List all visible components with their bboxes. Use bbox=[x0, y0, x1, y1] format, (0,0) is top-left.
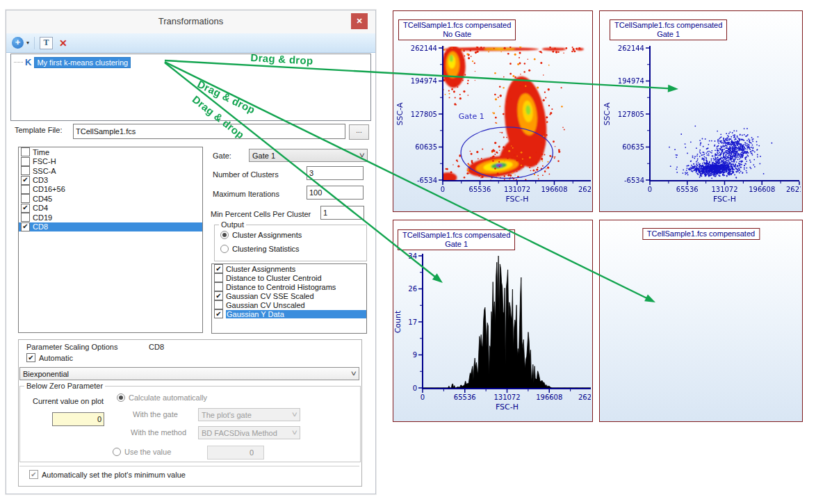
checkbox-icon[interactable] bbox=[29, 470, 38, 479]
tree-item-label[interactable]: My first k-means clustering bbox=[34, 57, 131, 68]
with-method-dropdown[interactable]: BD FACSDiva Method ˅ bbox=[198, 426, 300, 439]
output-option-row[interactable]: Distance to Centroid Histograms bbox=[212, 282, 366, 291]
svg-text:FSC-H: FSC-H bbox=[713, 195, 736, 204]
svg-text:FSC-H: FSC-H bbox=[496, 403, 519, 412]
parameter-row[interactable]: SSC-A bbox=[19, 166, 202, 175]
use-value-input[interactable] bbox=[207, 446, 264, 460]
svg-text:SSC-A: SSC-A bbox=[603, 102, 612, 125]
plot-gate1-histogram[interactable]: 06553613107219660826214434261790FSC-HCou… bbox=[393, 220, 593, 422]
checkbox-icon[interactable] bbox=[214, 264, 223, 273]
dialog-titlebar[interactable]: Transformations ✕ bbox=[6, 10, 375, 33]
rename-button[interactable]: T bbox=[40, 37, 53, 49]
radio-calc-auto[interactable]: Calculate automatically bbox=[117, 393, 207, 402]
svg-text:65536: 65536 bbox=[469, 186, 491, 193]
parameter-row[interactable]: CD45 bbox=[19, 194, 202, 203]
output-option-row-label: Distance to Cluster Centroid bbox=[226, 274, 322, 282]
transform-dropdown[interactable]: Biexponential ˅ bbox=[19, 367, 359, 380]
transformation-tree[interactable]: K My first k-means clustering bbox=[10, 54, 371, 121]
svg-text:60635: 60635 bbox=[622, 143, 644, 151]
radio-cluster-assignments[interactable]: Cluster Assignments bbox=[220, 231, 302, 239]
checkbox-icon[interactable] bbox=[21, 213, 30, 222]
svg-text:26: 26 bbox=[408, 285, 417, 293]
scatter-plot-canvas: 0655361310721966082621442621441949741278… bbox=[600, 11, 801, 210]
svg-text:194974: 194974 bbox=[411, 77, 437, 85]
parameter-row[interactable]: CD16+56 bbox=[19, 185, 202, 194]
checkbox-icon[interactable] bbox=[26, 353, 35, 362]
current-value-label: Current value on plot bbox=[33, 397, 104, 405]
below-zero-legend: Below Zero Parameter bbox=[24, 382, 105, 390]
checkbox-icon[interactable] bbox=[21, 194, 30, 203]
output-option-row[interactable]: Cluster Assignments bbox=[212, 264, 366, 273]
template-file-label: Template File: bbox=[15, 126, 62, 134]
plot-no-gate-density[interactable]: Gate 10655361310721966082621442621441949… bbox=[393, 10, 593, 212]
svg-text:0: 0 bbox=[413, 384, 417, 392]
close-button[interactable]: ✕ bbox=[351, 13, 368, 29]
plot-gate1-scatter[interactable]: 0655361310721966082621442621441949741278… bbox=[599, 10, 803, 212]
dialog-toolbar: + ▾ T ✕ bbox=[6, 33, 375, 53]
min-percent-input[interactable] bbox=[320, 206, 364, 220]
checkbox-icon[interactable] bbox=[214, 273, 223, 282]
plot-empty[interactable]: TCellSample1.fcs compensated bbox=[599, 220, 803, 422]
clusters-input[interactable] bbox=[307, 166, 364, 180]
output-option-row[interactable]: Gaussian Y Data bbox=[212, 309, 366, 318]
checkbox-icon[interactable] bbox=[214, 282, 223, 291]
output-option-row[interactable]: Gaussian CV Unscaled bbox=[212, 300, 366, 309]
with-gate-label: With the gate bbox=[133, 410, 178, 418]
checkbox-icon[interactable] bbox=[214, 309, 223, 318]
output-option-row[interactable]: Distance to Cluster Centroid bbox=[212, 273, 366, 282]
parameter-row[interactable]: CD4 bbox=[19, 204, 202, 213]
output-option-row[interactable]: Gaussian CV SSE Scaled bbox=[212, 291, 366, 300]
checkbox-icon[interactable] bbox=[21, 204, 30, 213]
template-file-input[interactable] bbox=[73, 124, 345, 139]
svg-text:SSC-A: SSC-A bbox=[395, 102, 405, 125]
radio-clustering-statistics[interactable]: Clustering Statistics bbox=[220, 245, 300, 253]
parameter-row[interactable]: CD8 bbox=[19, 222, 202, 231]
delete-button[interactable]: ✕ bbox=[59, 38, 67, 49]
checkbox-icon[interactable] bbox=[21, 185, 30, 194]
checkbox-icon[interactable] bbox=[214, 300, 223, 309]
automatic-checkbox-row[interactable]: Automatic bbox=[26, 353, 73, 362]
radio-icon[interactable] bbox=[220, 245, 229, 253]
parameter-row[interactable]: FSC-H bbox=[19, 157, 202, 166]
scaling-parameter: CD8 bbox=[149, 343, 164, 351]
svg-text:262144: 262144 bbox=[411, 44, 437, 52]
radio-icon[interactable] bbox=[113, 448, 121, 456]
svg-text:34: 34 bbox=[408, 252, 417, 260]
radio-icon[interactable] bbox=[117, 393, 125, 402]
output-option-row-label: Gaussian CV Unscaled bbox=[226, 301, 305, 309]
add-transformation-button[interactable]: + bbox=[12, 37, 24, 49]
svg-text:60635: 60635 bbox=[415, 143, 437, 151]
parameter-row-label: CD4 bbox=[33, 204, 48, 212]
checkbox-icon[interactable] bbox=[21, 222, 30, 231]
with-gate-dropdown[interactable]: The plot's gate ˅ bbox=[198, 408, 300, 421]
checkbox-icon[interactable] bbox=[21, 166, 30, 175]
density-plot-canvas: Gate 10655361310721966082621442621441949… bbox=[393, 11, 591, 210]
checkbox-icon[interactable] bbox=[21, 176, 30, 185]
tree-item-kmeans[interactable]: K My first k-means clustering bbox=[14, 56, 131, 68]
checkbox-icon[interactable] bbox=[214, 291, 223, 300]
parameter-row[interactable]: Time bbox=[19, 147, 202, 156]
transformations-dialog: Transformations ✕ + ▾ T ✕ K My first k-m… bbox=[6, 10, 376, 494]
output-group: Output Cluster Assignments Clustering St… bbox=[214, 225, 367, 261]
parameter-row[interactable]: CD19 bbox=[19, 213, 202, 222]
svg-text:262144: 262144 bbox=[618, 44, 644, 52]
checkbox-icon[interactable] bbox=[21, 157, 30, 166]
radio-icon[interactable] bbox=[220, 231, 229, 239]
svg-text:0: 0 bbox=[421, 393, 425, 401]
output-options-list[interactable]: Cluster AssignmentsDistance to Cluster C… bbox=[211, 263, 367, 334]
parameter-row-label: SSC-A bbox=[33, 167, 56, 175]
gate-label: Gate: bbox=[213, 152, 231, 160]
auto-min-checkbox-row[interactable]: Automatically set the plot's minimum val… bbox=[29, 470, 186, 479]
gate-dropdown[interactable]: Gate 1 ˅ bbox=[249, 149, 368, 162]
browse-button[interactable]: ... bbox=[349, 124, 369, 140]
checkbox-icon[interactable] bbox=[21, 147, 30, 156]
chevron-down-icon[interactable]: ▾ bbox=[26, 40, 29, 46]
parameter-list[interactable]: TimeFSC-HSSC-ACD3CD16+56CD45CD4CD19CD8 bbox=[18, 147, 203, 333]
current-value-input[interactable] bbox=[52, 412, 104, 426]
parameter-row[interactable]: CD3 bbox=[19, 176, 202, 185]
chevron-down-icon: ˅ bbox=[292, 429, 297, 437]
output-option-row-label: Cluster Assignments bbox=[226, 265, 295, 273]
iterations-input[interactable] bbox=[307, 186, 364, 200]
svg-text:194974: 194974 bbox=[618, 77, 644, 85]
radio-use-value[interactable]: Use the value bbox=[113, 448, 171, 456]
